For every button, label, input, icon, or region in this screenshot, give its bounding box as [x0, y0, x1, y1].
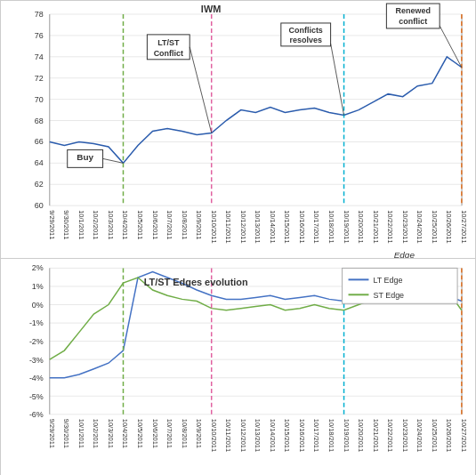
svg-text:60: 60: [35, 201, 44, 210]
buy-annotation: Buy: [77, 152, 93, 162]
svg-text:10/17/2011: 10/17/2011: [312, 419, 320, 452]
svg-text:10/6/2011: 10/6/2011: [151, 210, 159, 239]
svg-text:10/11/2011: 10/11/2011: [224, 210, 232, 243]
svg-text:10/21/2011: 10/21/2011: [372, 210, 380, 243]
bottom-chart: 2% 1% 0% -1% -2% -3% -4%: [1, 259, 475, 475]
svg-text:74: 74: [35, 52, 44, 61]
svg-text:10/15/2011: 10/15/2011: [283, 210, 291, 243]
svg-text:10/27/2011: 10/27/2011: [460, 419, 468, 452]
svg-text:10/26/2011: 10/26/2011: [445, 419, 453, 452]
svg-text:10/13/2011: 10/13/2011: [254, 210, 262, 243]
bottom-chart-title: LT/ST Edges evolution: [144, 277, 248, 287]
svg-text:10/4/2011: 10/4/2011: [121, 419, 129, 448]
bottom-chart-svg: 2% 1% 0% -1% -2% -3% -4%: [1, 259, 475, 475]
svg-text:72: 72: [35, 74, 44, 83]
svg-text:10/10/2011: 10/10/2011: [210, 419, 218, 452]
svg-text:10/21/2011: 10/21/2011: [372, 419, 380, 452]
svg-text:10/18/2011: 10/18/2011: [327, 210, 335, 243]
svg-text:10/15/2011: 10/15/2011: [283, 419, 291, 452]
svg-text:10/19/2011: 10/19/2011: [343, 419, 351, 452]
svg-text:-2%: -2%: [29, 337, 44, 346]
svg-text:10/8/2011: 10/8/2011: [181, 210, 189, 239]
svg-text:10/16/2011: 10/16/2011: [298, 419, 306, 452]
svg-text:10/18/2011: 10/18/2011: [327, 419, 335, 452]
svg-text:10/25/2011: 10/25/2011: [431, 419, 439, 452]
svg-text:10/3/2011: 10/3/2011: [107, 419, 115, 448]
svg-text:10/23/2011: 10/23/2011: [401, 210, 409, 243]
svg-text:10/14/2011: 10/14/2011: [269, 210, 277, 243]
svg-text:2%: 2%: [32, 263, 44, 272]
svg-text:10/20/2011: 10/20/2011: [357, 210, 365, 243]
svg-text:-5%: -5%: [29, 392, 44, 401]
lt-st-conflict-annotation: LT/ST: [157, 38, 180, 47]
svg-text:10/12/2011: 10/12/2011: [239, 210, 247, 243]
svg-text:10/8/2011: 10/8/2011: [181, 419, 189, 448]
svg-text:10/25/2011: 10/25/2011: [431, 210, 439, 243]
svg-text:9/30/2011: 9/30/2011: [62, 210, 70, 239]
svg-text:10/24/2011: 10/24/2011: [415, 210, 424, 243]
svg-text:10/11/2011: 10/11/2011: [224, 419, 232, 452]
svg-text:68: 68: [35, 117, 44, 125]
top-chart-svg: 78 76 74 72 70 68 66 64 62: [1, 1, 475, 258]
svg-text:1%: 1%: [32, 282, 44, 291]
svg-text:78: 78: [35, 10, 44, 19]
svg-text:66: 66: [35, 137, 44, 146]
svg-text:10/13/2011: 10/13/2011: [254, 419, 262, 452]
svg-text:10/17/2011: 10/17/2011: [312, 210, 320, 243]
svg-text:10/24/2011: 10/24/2011: [415, 419, 424, 452]
svg-text:Conflict: Conflict: [154, 49, 183, 58]
svg-text:10/16/2011: 10/16/2011: [298, 210, 306, 243]
svg-text:70: 70: [35, 95, 44, 104]
svg-text:10/9/2011: 10/9/2011: [195, 419, 203, 448]
svg-text:64: 64: [35, 158, 44, 167]
svg-text:10/19/2011: 10/19/2011: [343, 210, 351, 243]
svg-text:10/9/2011: 10/9/2011: [195, 210, 203, 239]
svg-text:10/14/2011: 10/14/2011: [269, 419, 277, 452]
svg-text:10/2/2011: 10/2/2011: [92, 210, 100, 239]
svg-text:10/5/2011: 10/5/2011: [136, 419, 144, 448]
svg-text:0%: 0%: [32, 301, 44, 310]
svg-text:10/26/2011: 10/26/2011: [445, 210, 453, 243]
svg-text:9/30/2011: 9/30/2011: [62, 419, 70, 448]
svg-text:10/1/2011: 10/1/2011: [77, 419, 85, 448]
svg-text:9/29/2011: 9/29/2011: [48, 419, 56, 448]
top-chart-title: IWM: [201, 4, 221, 14]
svg-text:10/20/2011: 10/20/2011: [357, 419, 365, 452]
svg-text:10/27/2011: 10/27/2011: [460, 210, 468, 243]
edge-label: Edge: [394, 250, 415, 258]
svg-text:-1%: -1%: [29, 318, 44, 327]
svg-text:10/22/2011: 10/22/2011: [386, 210, 394, 243]
svg-text:62: 62: [35, 180, 44, 189]
svg-text:conflict: conflict: [399, 17, 427, 26]
svg-text:10/3/2011: 10/3/2011: [107, 210, 115, 239]
svg-text:10/7/2011: 10/7/2011: [165, 419, 173, 448]
svg-text:10/2/2011: 10/2/2011: [92, 419, 100, 448]
svg-text:10/1/2011: 10/1/2011: [77, 210, 85, 239]
svg-text:10/23/2011: 10/23/2011: [401, 419, 409, 452]
main-container: 78 76 74 72 70 68 66 64 62: [0, 0, 476, 475]
svg-text:10/7/2011: 10/7/2011: [165, 210, 173, 239]
st-edge-legend-label: ST Edge: [373, 291, 404, 300]
svg-text:10/10/2011: 10/10/2011: [210, 210, 218, 243]
svg-text:10/6/2011: 10/6/2011: [151, 419, 159, 448]
svg-text:10/22/2011: 10/22/2011: [386, 419, 394, 452]
svg-text:-3%: -3%: [29, 356, 44, 365]
svg-text:10/4/2011: 10/4/2011: [121, 210, 129, 239]
svg-text:resolves: resolves: [290, 36, 322, 44]
conflicts-resolves-annotation: Conflicts: [289, 26, 323, 35]
svg-text:10/5/2011: 10/5/2011: [136, 210, 144, 239]
svg-text:76: 76: [35, 31, 44, 40]
svg-text:9/29/2011: 9/29/2011: [48, 210, 56, 239]
lt-edge-legend-label: LT Edge: [373, 276, 402, 285]
svg-text:-4%: -4%: [29, 374, 44, 382]
svg-text:10/12/2011: 10/12/2011: [239, 419, 247, 452]
renewed-conflict-annotation: Renewed: [396, 6, 431, 15]
top-chart: 78 76 74 72 70 68 66 64 62: [1, 1, 475, 259]
svg-text:-6%: -6%: [29, 410, 44, 419]
